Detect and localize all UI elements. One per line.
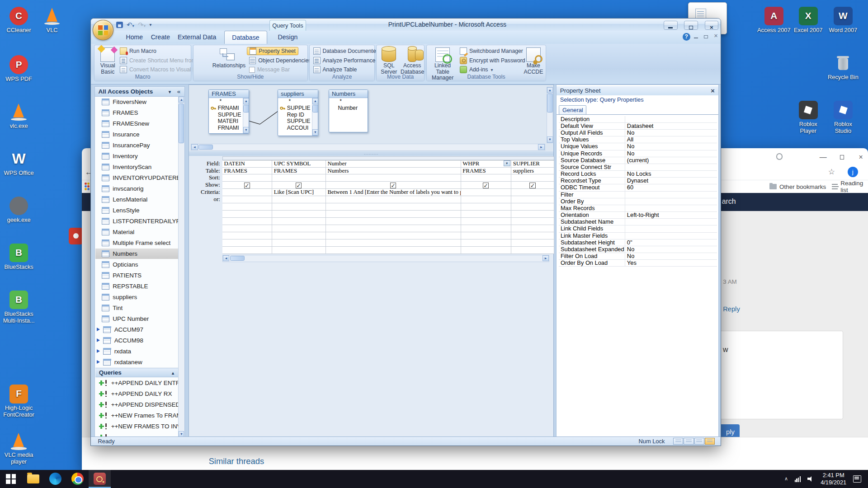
scroll-thumb[interactable] <box>179 103 184 143</box>
property-value[interactable] <box>625 233 717 239</box>
ribbon-item-switchboard-manager[interactable]: Switchboard Manager <box>460 47 523 55</box>
field-row[interactable]: Number <box>329 105 368 112</box>
sidebar-item-insurance[interactable]: Insurance <box>95 129 178 140</box>
desktop-icon-excel-2007[interactable]: XExcel 2007 <box>791 7 826 34</box>
property-value[interactable]: Yes <box>625 260 717 266</box>
desktop-icon-ccleaner[interactable]: CCCleaner <box>1 7 36 34</box>
grid-cell[interactable] <box>511 239 555 247</box>
nav-pane-header[interactable]: All Access Objects ▾ « <box>95 87 184 97</box>
sidebar-item-opticians[interactable]: Opticians <box>95 259 178 270</box>
property-row-subdatasheet-name[interactable]: Subdatasheet Name <box>559 219 717 225</box>
desktop-icon-roblox-studio[interactable]: Roblox Studio <box>826 101 861 135</box>
grid-cell[interactable] <box>222 196 272 203</box>
queries-section-header[interactable]: Queries▴ <box>95 368 179 377</box>
ribbon-item-object-dependencies[interactable]: Object Dependencies <box>249 56 311 64</box>
grid-cell[interactable] <box>272 225 326 232</box>
scroll-left-icon[interactable]: ◄ <box>223 255 230 261</box>
tab-design[interactable]: Design <box>269 31 306 43</box>
partially-hidden-app-icon[interactable] <box>69 228 83 244</box>
grid-cell[interactable] <box>326 239 461 247</box>
grid-cell[interactable]: FRAMES <box>272 168 326 175</box>
access-database-button[interactable]: AccessDatabase <box>401 47 424 75</box>
grid-cell[interactable] <box>272 174 326 182</box>
grid-cell[interactable] <box>511 232 555 239</box>
scroll-down-icon[interactable]: ▼ <box>243 127 249 133</box>
scroll-thumb[interactable] <box>547 94 552 113</box>
field-list-frames[interactable]: FRAMES*FRNAMISUPPLIEMATERIFRNAMI▲▼ <box>208 89 249 134</box>
sql-server-button[interactable]: SQLServer <box>378 47 400 75</box>
sql-view-icon[interactable] <box>694 438 704 445</box>
sidebar-item-upc-number[interactable]: UPC Number <box>95 314 178 324</box>
desktop-icon-roblox-player[interactable]: Roblox Player <box>791 101 826 135</box>
ribbon-item-property-sheet[interactable]: Property Sheet <box>247 47 298 55</box>
property-row-subdatasheet-height[interactable]: Subdatasheet Height0" <box>559 239 717 246</box>
ribbon-item-analyze-performance[interactable]: Analyze Performance <box>313 56 376 64</box>
grid-cell[interactable] <box>461 218 511 225</box>
grid-cell[interactable]: Numbers <box>326 168 461 175</box>
property-value[interactable]: 0" <box>625 239 717 246</box>
sidebar-item-inventoryupdateretur-[interactable]: INVENTORYUPDATERETUR... <box>95 173 178 183</box>
sidebar-item-accum97[interactable]: ACCUM97 <box>95 324 178 335</box>
reply-link[interactable]: Reply <box>723 305 740 313</box>
scroll-right-icon[interactable]: ► <box>538 144 545 150</box>
property-value[interactable]: Left-to-Right <box>625 212 717 218</box>
desktop-icon-vlc-media-player[interactable]: VLC media player <box>1 432 36 465</box>
scroll-down-icon[interactable]: ▼ <box>547 136 552 142</box>
ribbon-item-message-bar[interactable]: Message Bar <box>249 66 290 74</box>
grid-cell[interactable] <box>222 239 272 247</box>
grid-cell[interactable] <box>272 232 326 239</box>
grid-cell[interactable] <box>222 182 272 189</box>
reading-list-button[interactable]: Reading list <box>832 180 868 193</box>
grid-cell[interactable] <box>222 247 272 254</box>
property-row-output-all-fields[interactable]: Output All FieldsNo <box>559 130 717 136</box>
desktop-icon-vlc-exe[interactable]: vlc.exe <box>1 103 36 130</box>
property-value[interactable]: 60 <box>625 184 717 191</box>
property-value[interactable]: Dynaset <box>625 178 717 184</box>
show-checkbox[interactable] <box>529 183 535 188</box>
grid-cell[interactable] <box>326 196 461 203</box>
property-value[interactable] <box>625 192 717 198</box>
desktop-icon-vlc[interactable]: VLC <box>34 7 70 34</box>
desktop-icon-recycle-bin[interactable]: Recycle Bin <box>826 54 861 81</box>
grid-cell[interactable] <box>326 182 461 189</box>
scroll-thumb[interactable] <box>230 256 245 261</box>
grid-cell[interactable] <box>326 211 461 218</box>
document-close-icon[interactable]: × <box>714 33 718 39</box>
sidebar-item-lensmaterial[interactable]: LensMaterial <box>95 194 178 205</box>
browser-extension-icon[interactable] <box>776 153 783 160</box>
sidebar-item-lensstyle[interactable]: LensStyle <box>95 205 178 216</box>
taskbar-chrome[interactable] <box>66 470 89 488</box>
document-restore-icon[interactable] <box>704 33 708 40</box>
property-value[interactable]: No <box>625 143 717 150</box>
desktop-icon-geek-exe[interactable]: geek.exe <box>1 197 36 224</box>
property-value[interactable]: No Locks <box>625 171 717 177</box>
desktop-icon-bluestacks[interactable]: BBlueStacks <box>1 244 36 271</box>
sidebar-item-inventory[interactable]: Inventory <box>95 151 178 161</box>
grid-cell[interactable] <box>222 232 272 239</box>
grid-cell[interactable]: FRAMES <box>461 168 511 175</box>
pane-splitter[interactable]: ......... <box>189 151 553 156</box>
scroll-up-icon[interactable]: ▲ <box>312 98 318 104</box>
undo-icon[interactable]: ↶▾ <box>127 21 134 28</box>
property-value[interactable] <box>625 205 717 211</box>
grid-cell[interactable]: Between 1 And [Enter the Number of label… <box>326 189 461 196</box>
action-center-icon[interactable] <box>853 475 861 483</box>
redo-icon[interactable]: ↷▾ <box>138 21 146 28</box>
grid-cell[interactable]: suppliers <box>511 168 555 175</box>
grid-cell[interactable]: DATEIN <box>222 160 272 168</box>
grid-cell[interactable] <box>272 196 326 203</box>
grid-cell[interactable]: FRAMES <box>222 168 272 175</box>
property-value[interactable] <box>625 219 717 225</box>
property-row-default-view[interactable]: Default ViewDatasheet <box>559 123 717 130</box>
volume-icon[interactable] <box>807 476 814 482</box>
linked-table-manager-button[interactable]: Linked TableManager <box>428 47 458 81</box>
minimize-button[interactable] <box>664 21 678 30</box>
property-row-order-by-on-load[interactable]: Order By On LoadYes <box>559 260 717 267</box>
show-checkbox[interactable] <box>390 183 396 188</box>
property-value[interactable] <box>625 164 717 170</box>
tab-general[interactable]: General <box>559 105 586 114</box>
grid-cell[interactable] <box>272 182 326 189</box>
pivot-view-icon[interactable] <box>684 438 693 445</box>
ribbon-item-encrypt-with-password[interactable]: Encrypt with Password <box>460 56 525 64</box>
grid-cell[interactable] <box>222 174 272 182</box>
